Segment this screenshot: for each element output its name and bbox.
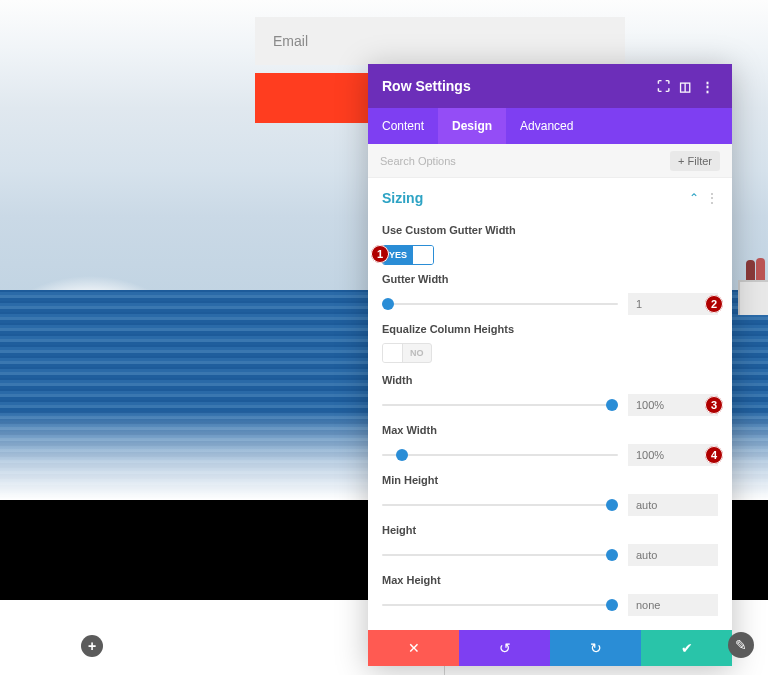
label-gutter-width: Gutter Width [382,273,718,285]
redo-button[interactable]: ↻ [550,630,641,666]
modal-footer: ✕ ↺ ↻ ✔ [368,630,732,666]
toggle-handle [413,246,433,264]
kebab-icon[interactable]: ⋮ [696,79,718,94]
undo-icon: ↺ [499,640,511,656]
expand-icon[interactable]: ⛶ [652,79,674,94]
tab-design[interactable]: Design [438,108,506,144]
email-placeholder: Email [273,33,308,49]
brush-tool-button[interactable]: ✎ [728,632,754,658]
sizing-panel-header[interactable]: Sizing ⌃ ⋮ [368,178,732,216]
annotation-badge-3: 3 [705,396,723,414]
value-gutter-width[interactable]: 1 2 [628,293,718,315]
modal-title: Row Settings [382,78,471,94]
save-button[interactable]: ✔ [641,630,732,666]
slider-height[interactable] [382,545,618,565]
check-icon: ✔ [681,640,693,656]
annotation-badge-4: 4 [705,446,723,464]
row-settings-modal: Row Settings ⛶ ◫ ⋮ Content Design Advanc… [368,64,732,666]
redo-icon: ↻ [590,640,602,656]
label-height: Height [382,524,718,536]
tab-advanced[interactable]: Advanced [506,108,587,144]
toggle-equalize[interactable]: NO [382,343,432,363]
label-equalize: Equalize Column Heights [382,323,718,335]
slider-gutter-width[interactable] [382,294,618,314]
value-width[interactable]: 100% 3 [628,394,718,416]
close-icon: ✕ [408,640,420,656]
search-bar: Search Options + Filter [368,144,732,178]
add-section-button[interactable]: + [81,635,103,657]
search-input[interactable]: Search Options [380,155,670,167]
annotation-badge-2: 2 [705,295,723,313]
email-field[interactable]: Email [255,17,625,65]
cancel-button[interactable]: ✕ [368,630,459,666]
toggle-use-custom-gutter[interactable]: YES [382,245,434,265]
value-max-width[interactable]: 100% 4 [628,444,718,466]
slider-min-height[interactable] [382,495,618,515]
label-width: Width [382,374,718,386]
undo-button[interactable]: ↺ [459,630,550,666]
filter-button[interactable]: + Filter [670,151,720,171]
label-max-height: Max Height [382,574,718,586]
snap-icon[interactable]: ◫ [674,79,696,94]
brush-icon: ✎ [735,637,747,653]
chevron-up-icon[interactable]: ⌃ [689,191,699,205]
panel-title: Sizing [382,190,689,206]
modal-titlebar: Row Settings ⛶ ◫ ⋮ [368,64,732,108]
value-min-height[interactable]: auto [628,494,718,516]
kebab-icon[interactable]: ⋮ [705,190,718,206]
slider-max-width[interactable] [382,445,618,465]
value-height[interactable]: auto [628,544,718,566]
label-max-width: Max Width [382,424,718,436]
label-use-custom-gutter: Use Custom Gutter Width [382,224,718,236]
modal-tabs: Content Design Advanced [368,108,732,144]
slider-max-height[interactable] [382,595,618,615]
plus-icon: + [88,638,96,654]
annotation-badge-1: 1 [371,245,389,263]
label-min-height: Min Height [382,474,718,486]
toggle-handle [383,344,403,362]
tab-content[interactable]: Content [368,108,438,144]
slider-width[interactable] [382,395,618,415]
sizing-panel-body: Use Custom Gutter Width 1 YES Gutter Wid… [368,216,732,630]
value-max-height[interactable]: none [628,594,718,616]
